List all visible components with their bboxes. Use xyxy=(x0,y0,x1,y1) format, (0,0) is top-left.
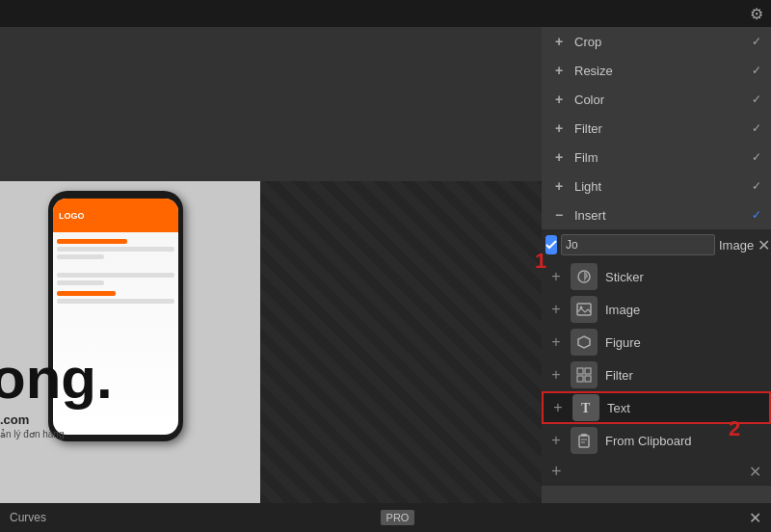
curves-label: Curves xyxy=(10,511,46,524)
minus-icon-insert: − xyxy=(551,207,567,223)
bottom-add-row: + ✕ xyxy=(542,457,771,486)
svg-marker-3 xyxy=(578,336,590,348)
check-icon-light: ✓ xyxy=(752,179,761,193)
canvas-sub-text: .com ản lý đơn hàng xyxy=(0,412,65,439)
add-sticker-icon[interactable]: + xyxy=(545,266,567,287)
add-filter-icon[interactable]: + xyxy=(545,364,567,386)
plus-icon-crop: + xyxy=(551,34,567,49)
annotation-2: 2 xyxy=(729,416,740,441)
phone-text-line-2 xyxy=(57,247,174,252)
menu-item-resize[interactable]: + Resize ✓ xyxy=(542,56,771,85)
svg-rect-4 xyxy=(577,368,583,374)
submenu-container: Image ✕ + Sticker + Image + xyxy=(542,229,771,486)
text-icon: T xyxy=(572,394,599,421)
menu-label-film: Film xyxy=(574,150,752,165)
close-button[interactable]: ✕ xyxy=(749,509,761,527)
submenu-label-filter: Filter xyxy=(605,368,767,383)
add-figure-icon[interactable]: + xyxy=(545,332,567,353)
svg-rect-10 xyxy=(581,434,587,437)
submenu-label-figure: Figure xyxy=(605,335,767,350)
check-icon-film: ✓ xyxy=(752,150,761,164)
menu-label-insert: Insert xyxy=(574,208,752,223)
annotation-1: 1 xyxy=(535,249,546,274)
menu-label-resize: Resize xyxy=(574,64,752,78)
check-icon-insert: ✓ xyxy=(752,208,761,222)
main-layout: ong. .com ản lý đơn hàng LOGO xyxy=(0,27,771,503)
add-text-icon[interactable]: + xyxy=(547,397,569,418)
bottom-plus-icon[interactable]: + xyxy=(551,462,562,482)
figure-icon xyxy=(571,329,598,356)
phone-text-line-3 xyxy=(57,254,104,259)
submenu-label-image: Image xyxy=(605,303,767,317)
submenu-input[interactable] xyxy=(561,234,715,255)
plus-icon-light: + xyxy=(551,178,567,194)
bottom-bar: Curves PRO ✕ xyxy=(0,503,771,532)
image-icon xyxy=(571,296,598,323)
sticker-icon xyxy=(571,263,598,290)
menu-label-crop: Crop xyxy=(574,35,752,49)
phone-text-line-5 xyxy=(57,280,104,285)
menu-item-crop[interactable]: + Crop ✓ xyxy=(542,27,771,56)
plus-icon-resize: + xyxy=(551,63,567,78)
phone-text-line-4 xyxy=(57,273,174,278)
svg-rect-5 xyxy=(585,368,591,374)
submenu-header: Image ✕ xyxy=(542,229,771,260)
plus-icon-filter: + xyxy=(551,120,567,136)
submenu-item-sticker[interactable]: + Sticker xyxy=(542,260,771,293)
pro-badge: PRO xyxy=(381,510,415,525)
check-icon-resize: ✓ xyxy=(752,64,761,77)
menu-item-insert[interactable]: − Insert ✓ xyxy=(542,200,771,229)
svg-rect-9 xyxy=(579,436,589,447)
svg-text:T: T xyxy=(581,401,591,415)
add-clipboard-icon[interactable]: + xyxy=(545,430,567,451)
submenu-label-text: Text xyxy=(607,401,765,415)
canvas-image-area: ong. .com ản lý đơn hàng LOGO xyxy=(0,181,260,503)
submenu-item-image[interactable]: + Image xyxy=(542,293,771,326)
clipboard-icon xyxy=(571,427,598,454)
check-icon-crop: ✓ xyxy=(752,35,761,48)
menu-item-film[interactable]: + Film ✓ xyxy=(542,143,771,172)
phone-text-line-7 xyxy=(57,299,174,304)
menu-label-color: Color xyxy=(574,93,752,107)
submenu-label-sticker: Sticker xyxy=(605,270,767,284)
plus-icon-film: + xyxy=(551,149,567,165)
phone-logo-text: LOGO xyxy=(59,211,85,221)
phone-screen-header: LOGO xyxy=(53,199,178,232)
canvas-area: ong. .com ản lý đơn hàng LOGO xyxy=(0,27,542,503)
submenu-close-button[interactable]: ✕ xyxy=(758,234,770,255)
menu-item-color[interactable]: + Color ✓ xyxy=(542,85,771,114)
submenu-header-label: Image xyxy=(715,238,754,253)
phone-text-line-1 xyxy=(57,239,127,244)
phone-screen-body xyxy=(53,232,178,310)
svg-rect-1 xyxy=(577,304,591,315)
submenu-item-filter2[interactable]: + Filter xyxy=(542,359,771,391)
gear-icon[interactable]: ⚙ xyxy=(750,5,763,23)
submenu-item-figure[interactable]: + Figure xyxy=(542,326,771,359)
check-icon-filter: ✓ xyxy=(752,121,761,135)
bottom-close-icon[interactable]: ✕ xyxy=(749,463,761,481)
svg-rect-6 xyxy=(577,376,583,382)
menu-label-light: Light xyxy=(574,179,752,194)
canvas-big-text: ong. xyxy=(0,350,113,408)
canvas-top-dark xyxy=(0,27,542,181)
menu-item-light[interactable]: + Light ✓ xyxy=(542,172,771,200)
check-icon-color: ✓ xyxy=(752,93,761,106)
phone-text-line-6 xyxy=(57,291,116,296)
add-image-icon[interactable]: + xyxy=(545,299,567,320)
plus-icon-color: + xyxy=(551,92,567,107)
filter-icon xyxy=(571,361,598,388)
menu-item-filter[interactable]: + Filter ✓ xyxy=(542,114,771,143)
menu-label-filter: Filter xyxy=(574,121,752,136)
top-bar: ⚙ xyxy=(0,0,771,27)
submenu-label-clipboard: From Clipboard xyxy=(605,434,767,448)
submenu-checkbox[interactable] xyxy=(545,235,557,254)
svg-rect-7 xyxy=(585,376,591,382)
